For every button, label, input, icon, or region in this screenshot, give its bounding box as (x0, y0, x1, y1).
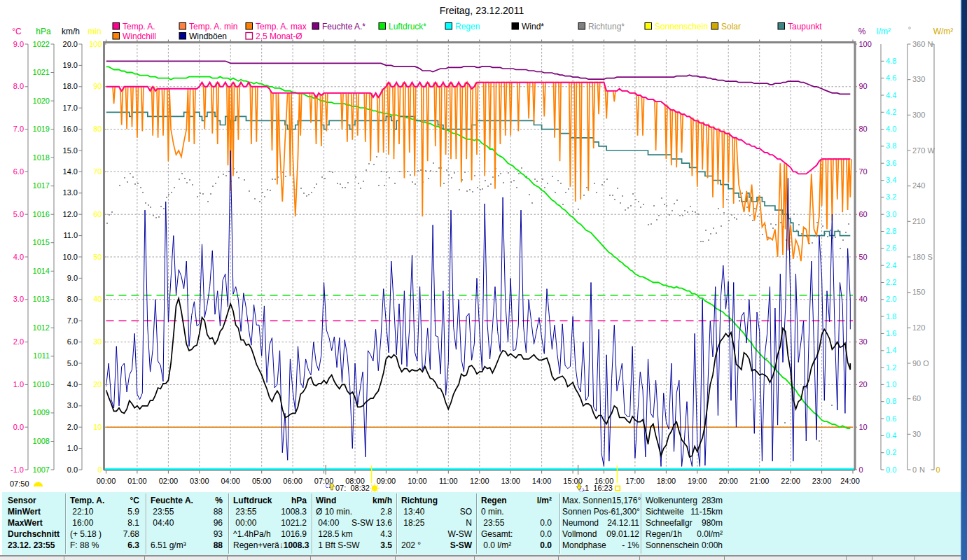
svg-text:Wind*: Wind* (522, 22, 544, 31)
svg-text:16.0: 16.0 (63, 125, 78, 133)
svg-text:210: 210 (912, 217, 925, 225)
svg-text:7.0: 7.0 (13, 125, 24, 133)
svg-text:Richtung*: Richtung* (588, 22, 625, 31)
svg-text:W/m²: W/m² (933, 27, 954, 36)
svg-text:1.0: 1.0 (886, 380, 896, 388)
svg-text:01:00: 01:00 (127, 477, 147, 485)
svg-text:12.0: 12.0 (63, 210, 78, 218)
svg-text:Windböen: Windböen (189, 31, 227, 41)
svg-text:.1 16:23: .1 16:23 (583, 484, 613, 492)
svg-text:Sonnenschein: Sonnenschein (655, 22, 708, 31)
svg-text:06:00: 06:00 (283, 477, 302, 485)
svg-text:Freitag, 23.12.2011: Freitag, 23.12.2011 (440, 5, 524, 16)
svg-text:00:00: 00:00 (97, 477, 116, 485)
svg-text:4.4: 4.4 (886, 91, 896, 99)
svg-text:17.0: 17.0 (63, 104, 78, 112)
svg-text:13:00: 13:00 (501, 477, 520, 485)
svg-text:80: 80 (93, 125, 102, 133)
svg-text:Temp. A.: Temp. A. (123, 22, 155, 31)
svg-text:4.6: 4.6 (886, 74, 896, 82)
svg-text:0.0: 0.0 (67, 465, 78, 474)
svg-text:100: 100 (859, 40, 872, 48)
svg-text:300: 300 (912, 111, 925, 119)
svg-text:Solar: Solar (721, 22, 741, 31)
svg-text:3.6: 3.6 (886, 159, 896, 167)
svg-text:1008: 1008 (33, 437, 50, 445)
svg-text:3.0: 3.0 (13, 295, 24, 303)
svg-text:1019: 1019 (33, 125, 50, 133)
svg-text:Taupunkt: Taupunkt (788, 22, 822, 31)
svg-text:22:00: 22:00 (781, 477, 800, 485)
svg-text:13.0: 13.0 (63, 188, 78, 197)
svg-text:120: 120 (912, 323, 925, 332)
svg-text:20:00: 20:00 (718, 477, 738, 485)
svg-text:03:00: 03:00 (190, 477, 209, 485)
svg-text:15.0: 15.0 (63, 146, 78, 155)
svg-text:4.0: 4.0 (13, 253, 24, 261)
svg-text:9.0: 9.0 (13, 40, 24, 48)
svg-text:5.0: 5.0 (13, 210, 24, 218)
svg-text:4.0: 4.0 (886, 125, 896, 133)
svg-text:0: 0 (936, 465, 940, 474)
svg-text:1.0: 1.0 (67, 444, 78, 452)
svg-text:90: 90 (93, 82, 102, 90)
svg-text:7.0: 7.0 (67, 316, 78, 325)
svg-text:20.0: 20.0 (63, 40, 78, 48)
svg-text:2.5 Monat-Ø: 2.5 Monat-Ø (256, 31, 302, 41)
svg-text:50: 50 (93, 253, 102, 261)
svg-text:90 O: 90 O (912, 359, 929, 368)
svg-text:19.0: 19.0 (63, 61, 78, 69)
svg-text:40: 40 (93, 295, 102, 303)
svg-text:°C: °C (12, 27, 22, 36)
svg-text:180 S: 180 S (912, 253, 933, 261)
svg-text:1.6: 1.6 (886, 329, 896, 337)
svg-text:90: 90 (859, 82, 868, 90)
svg-text:Temp. A. max: Temp. A. max (256, 22, 307, 31)
svg-text:17:00: 17:00 (625, 477, 645, 485)
svg-text:10: 10 (93, 423, 102, 431)
svg-text:18.0: 18.0 (63, 82, 78, 90)
svg-text:1020: 1020 (33, 97, 50, 105)
svg-text:1013: 1013 (33, 295, 50, 303)
svg-text:hPa: hPa (36, 27, 51, 36)
svg-text:Feuchte A.*: Feuchte A.* (322, 22, 366, 31)
svg-text:10.0: 10.0 (63, 253, 78, 261)
svg-text:3.0: 3.0 (67, 401, 78, 410)
svg-text:Luftdruck*: Luftdruck* (389, 22, 426, 31)
svg-text:4.2: 4.2 (886, 108, 896, 116)
svg-text:5.0: 5.0 (67, 359, 78, 368)
svg-text:20: 20 (93, 380, 102, 388)
svg-text:21:00: 21:00 (750, 477, 770, 485)
svg-text:18:00: 18:00 (657, 477, 676, 485)
svg-text:70: 70 (859, 167, 868, 176)
svg-text:240: 240 (912, 181, 925, 190)
svg-text:09:00: 09:00 (377, 477, 396, 485)
svg-text:12:00: 12:00 (470, 477, 489, 485)
svg-text:30: 30 (912, 430, 921, 438)
svg-text:0.2: 0.2 (886, 448, 896, 456)
svg-text:0.8: 0.8 (886, 397, 896, 405)
svg-text:2.0: 2.0 (13, 337, 24, 346)
svg-text:19:00: 19:00 (688, 477, 707, 485)
svg-text:2.0: 2.0 (886, 295, 896, 303)
svg-text:0.6: 0.6 (886, 414, 896, 423)
svg-text:11:00: 11:00 (439, 477, 458, 485)
svg-text:1011: 1011 (33, 351, 50, 360)
svg-text:2.2: 2.2 (886, 278, 896, 286)
svg-text:1018: 1018 (33, 153, 50, 162)
svg-text:330: 330 (912, 75, 925, 83)
svg-text:3.4: 3.4 (886, 176, 896, 184)
svg-text:3.0: 3.0 (886, 210, 896, 218)
svg-text:3.8: 3.8 (886, 141, 896, 150)
svg-text:0.0: 0.0 (886, 465, 896, 474)
svg-text:1007: 1007 (33, 465, 50, 474)
svg-text:Temp. A. min: Temp. A. min (189, 22, 237, 31)
svg-text:-1.0: -1.0 (11, 465, 24, 474)
svg-text:270 W: 270 W (912, 146, 935, 155)
svg-text:20: 20 (859, 380, 868, 388)
svg-text:150: 150 (912, 288, 925, 296)
svg-text:0: 0 (97, 465, 102, 474)
svg-text:Windchill: Windchill (123, 31, 156, 41)
svg-text:0.0: 0.0 (13, 423, 24, 431)
svg-text:04:00: 04:00 (221, 477, 240, 485)
